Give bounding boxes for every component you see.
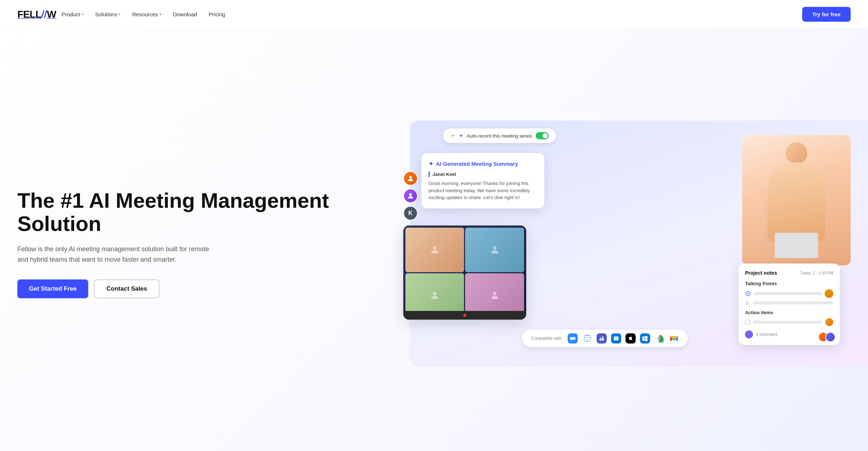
gmail-icon [669, 333, 679, 343]
outlook-icon [611, 333, 621, 343]
ai-summary-title: ✦ AI Generated Meeting Summary [429, 160, 537, 167]
ai-summary-text: Good morning, everyone! Thanks for joini… [429, 180, 537, 201]
hero-right: ✦ Auto-record this meeting series K ✦ AI… [392, 121, 851, 367]
video-tile-1 [405, 228, 464, 272]
logo[interactable]: FELL//W [17, 9, 56, 20]
talking-point-2: 1. [745, 300, 833, 305]
talking-points-label: Talking Points [745, 281, 833, 286]
resources-chevron-icon: ▾ [159, 12, 161, 16]
hero-buttons: Get Started Free Contact Sales [17, 279, 378, 298]
action-items: Action items [745, 310, 833, 326]
autorecord-toggle[interactable] [536, 132, 549, 139]
action-item-1 [745, 318, 833, 326]
talking-point-line-2 [753, 302, 833, 304]
contact-sales-button[interactable]: Contact Sales [94, 279, 159, 298]
svg-rect-14 [614, 337, 618, 341]
svg-point-3 [493, 246, 497, 250]
autorecord-label: Auto-record this meeting series [467, 133, 532, 139]
action-avatar [825, 318, 833, 326]
compatible-with-bar: Compatible with G [522, 330, 688, 347]
hero-left: The #1 AI Meeting Management Solution Fe… [17, 189, 392, 298]
video-tile-2 [465, 228, 524, 272]
zoom-icon [567, 333, 578, 343]
navbar: FELL//W Product ▾ Solutions ▾ Resources … [0, 0, 868, 29]
compat-label: Compatible with [531, 336, 562, 341]
svg-point-5 [493, 292, 497, 295]
svg-marker-8 [574, 337, 575, 340]
svg-point-0 [409, 176, 412, 178]
ai-summary-author: Janet Keel [433, 172, 456, 177]
laptop-card [403, 226, 526, 320]
nav-solutions[interactable]: Solutions ▾ [90, 8, 126, 20]
ai-summary-author-row: Janet Keel [429, 172, 537, 177]
nav-download-label: Download [173, 11, 197, 17]
solutions-chevron-icon: ▾ [119, 12, 120, 16]
talking-point-avatar [825, 289, 833, 298]
notes-title: Project notes [745, 270, 777, 276]
nav-resources-label: Resources [132, 11, 158, 17]
try-for-free-button[interactable]: Try for free [802, 7, 851, 22]
nav-pricing[interactable]: Pricing [204, 8, 230, 20]
participant-avatars: K [403, 171, 418, 220]
nav-product[interactable]: Product ▾ [56, 8, 89, 20]
teams-icon [596, 333, 607, 343]
arrow-down-icon [450, 133, 455, 138]
mini-avatar-2 [825, 332, 835, 342]
nav-solutions-label: Solutions [95, 11, 118, 17]
hero-section: The #1 AI Meeting Management Solution Fe… [0, 29, 868, 451]
svg-point-2 [433, 246, 437, 250]
svg-point-4 [433, 292, 437, 295]
bottom-right-avatars [821, 332, 835, 342]
ai-sparkle-icon: ✦ [429, 160, 433, 167]
record-dot-icon [463, 314, 466, 317]
action-items-label: Action items [745, 310, 833, 315]
hero-subtitle: Fellow is the only AI meeting management… [17, 244, 213, 265]
comment-count: 1 comment [756, 332, 777, 337]
product-chevron-icon: ▾ [82, 12, 84, 16]
nav-download[interactable]: Download [168, 8, 202, 20]
nav-resources[interactable]: Resources ▾ [127, 8, 166, 20]
hero-title: The #1 AI Meeting Management Solution [17, 189, 378, 235]
check-circle-icon [745, 291, 751, 296]
nav-product-label: Product [61, 11, 80, 17]
compat-icons: G [567, 333, 679, 343]
svg-rect-10 [584, 337, 590, 338]
autorecord-pill: ✦ Auto-record this meeting series [443, 128, 556, 143]
nav-links: Product ▾ Solutions ▾ Resources ▾ Downlo… [56, 8, 802, 20]
google-calendar-icon: G [582, 333, 592, 343]
svg-rect-11 [586, 335, 586, 336]
comment-avatar [745, 330, 753, 338]
checkbox-icon [745, 320, 750, 325]
apple-icon [625, 333, 635, 343]
list-number: 1. [746, 300, 750, 305]
talking-point-1 [745, 289, 833, 298]
notes-header: Project notes Today, 2 - 2:30 PM [745, 270, 833, 276]
video-grid [403, 226, 526, 320]
talking-point-line [754, 292, 822, 295]
get-started-free-button[interactable]: Get Started Free [17, 279, 88, 298]
avatar-2 [403, 189, 418, 203]
svg-point-1 [409, 193, 412, 196]
action-item-line [753, 321, 822, 324]
nav-pricing-label: Pricing [209, 11, 225, 17]
avatar-k: K [403, 206, 418, 220]
woman-photo [742, 135, 851, 265]
ai-summary-card: ✦ AI Generated Meeting Summary Janet Kee… [421, 153, 544, 208]
project-notes-card: Project notes Today, 2 - 2:30 PM Talking… [739, 264, 840, 345]
avatar-1 [403, 171, 418, 186]
laptop-bottom-bar [403, 311, 526, 320]
svg-text:G: G [586, 339, 588, 341]
notes-time: Today, 2 - 2:30 PM [800, 271, 833, 275]
svg-rect-7 [570, 337, 574, 340]
windows-icon [640, 333, 650, 343]
chrome-icon [654, 333, 664, 343]
svg-rect-12 [588, 335, 589, 336]
